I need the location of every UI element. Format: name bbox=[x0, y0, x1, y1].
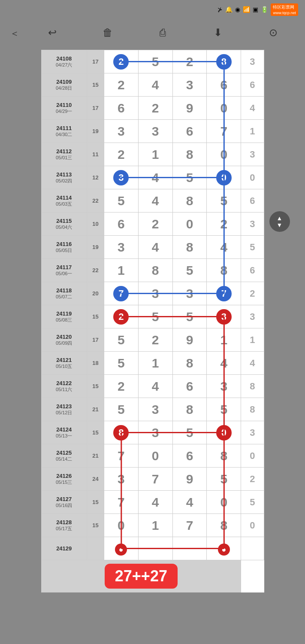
status-icons: ⊁ 🔔 ◉ 📶 ▣ 🔋 特区彩票网www.tqcp.net bbox=[217, 3, 298, 16]
row-num: 21 bbox=[87, 444, 104, 468]
row-num: 15 bbox=[87, 375, 104, 398]
issue-number: 24117 bbox=[42, 264, 87, 270]
blue-circle-num: 2 bbox=[113, 54, 129, 70]
table-row: 2412005/09四1752911 bbox=[41, 328, 264, 352]
num-cell: 0 bbox=[207, 166, 241, 189]
num-cell: 8 bbox=[104, 421, 138, 444]
row-label: 2411705/06一 bbox=[41, 259, 87, 282]
row-num: 15 bbox=[87, 514, 104, 537]
issue-number: 24129 bbox=[42, 545, 87, 552]
undo-icon: ↩ bbox=[48, 27, 57, 39]
issue-number: 24126 bbox=[42, 473, 87, 479]
table-row: 2412405/13一1583503 bbox=[41, 421, 264, 444]
issue-date: 04/28日 bbox=[42, 85, 87, 91]
summary-cell: 27++27 bbox=[41, 560, 241, 592]
num-cell: 8 bbox=[207, 444, 241, 468]
row-label: 2411805/07二 bbox=[41, 282, 87, 305]
row-label: 2411905/08三 bbox=[41, 305, 87, 328]
row-label: 2411305/02四 bbox=[41, 166, 87, 189]
num-cell: 5 bbox=[138, 50, 172, 73]
row-num: 12 bbox=[87, 166, 104, 189]
last-cell: 1 bbox=[241, 328, 264, 352]
num-cell: 3 bbox=[138, 120, 172, 143]
row-num: 21 bbox=[87, 398, 104, 421]
num-cell: 8 bbox=[138, 259, 172, 282]
data-table-wrapper: ▲ ▼ 2410804/27六17252832410904/28日1524366… bbox=[41, 50, 264, 592]
num-cell: 8 bbox=[172, 398, 207, 421]
num-cell: 4 bbox=[172, 491, 207, 514]
undo-button[interactable]: ↩ bbox=[39, 27, 65, 40]
num-cell: 2 bbox=[172, 50, 207, 73]
table-row: 2412305/12日2153858 bbox=[41, 398, 264, 421]
issue-date: 05/02四 bbox=[42, 178, 87, 184]
num-cell: 1 bbox=[138, 514, 172, 537]
red-circle-num: 8 bbox=[113, 425, 129, 440]
num-cell: 7 bbox=[207, 120, 241, 143]
row-label: 2411104/30二 bbox=[41, 120, 87, 143]
num-cell: 8 bbox=[207, 50, 241, 73]
num-cell: 6 bbox=[172, 120, 207, 143]
num-cell: 8 bbox=[172, 352, 207, 375]
num-cell: 2 bbox=[104, 50, 138, 73]
num-cell: 3 bbox=[172, 282, 207, 305]
issue-date: 05/15三 bbox=[42, 479, 87, 486]
num-cell: 2 bbox=[138, 97, 172, 120]
num-cell: 2 bbox=[104, 375, 138, 398]
issue-number: 24111 bbox=[42, 125, 87, 131]
issue-date: 05/16四 bbox=[42, 502, 87, 509]
row-num: 20 bbox=[87, 282, 104, 305]
settings-icon: ⊙ bbox=[269, 27, 278, 39]
num-cell: 5 bbox=[104, 398, 138, 421]
scroll-arrows[interactable]: ▲ ▼ bbox=[269, 211, 290, 232]
back-button[interactable]: ＜ bbox=[4, 21, 25, 46]
table-row: 2412805/17五1501780 bbox=[41, 514, 264, 537]
num-cell: 9 bbox=[172, 328, 207, 352]
row-label: 2410904/28日 bbox=[41, 73, 87, 97]
row-label: 2412005/09四 bbox=[41, 328, 87, 352]
num-cell: 0 bbox=[172, 213, 207, 236]
settings-button[interactable]: ⊙ bbox=[260, 27, 286, 40]
row-num: 18 bbox=[87, 352, 104, 375]
last-cell: 3 bbox=[241, 143, 264, 166]
save-icon: ⬇ bbox=[214, 27, 222, 39]
table-row: 24129●● bbox=[41, 537, 264, 560]
row-num: 10 bbox=[87, 213, 104, 236]
num-cell: 6 bbox=[172, 375, 207, 398]
num-cell: 3 bbox=[104, 120, 138, 143]
red-circle-num: 3 bbox=[216, 309, 232, 325]
num-cell: ● bbox=[207, 537, 241, 560]
last-cell: 3 bbox=[241, 421, 264, 444]
num-cell: 5 bbox=[172, 421, 207, 444]
scroll-down-icon[interactable]: ▼ bbox=[277, 222, 283, 228]
issue-number: 24113 bbox=[42, 171, 87, 178]
main-content: ▲ ▼ 2410804/27六17252832410904/28日1524366… bbox=[0, 48, 305, 594]
issue-date: 05/08三 bbox=[42, 317, 87, 323]
num-cell: 7 bbox=[207, 282, 241, 305]
num-cell: 4 bbox=[207, 352, 241, 375]
issue-number: 24108 bbox=[42, 55, 87, 62]
num-cell: 4 bbox=[138, 375, 172, 398]
num-cell: 7 bbox=[104, 444, 138, 468]
last-cell: 4 bbox=[241, 352, 264, 375]
row-num: 15 bbox=[87, 73, 104, 97]
row-label: 2411505/04六 bbox=[41, 213, 87, 236]
issue-number: 24114 bbox=[42, 194, 87, 201]
share-button[interactable]: ⎙ bbox=[150, 27, 175, 40]
num-cell: 2 bbox=[138, 328, 172, 352]
num-cell: 4 bbox=[138, 166, 172, 189]
save-button[interactable]: ⬇ bbox=[205, 27, 231, 40]
row-label: 2412305/12日 bbox=[41, 398, 87, 421]
num-cell: 6 bbox=[172, 444, 207, 468]
last-cell: 5 bbox=[241, 491, 264, 514]
clear-button[interactable]: 🗑 bbox=[95, 27, 121, 40]
num-cell: 4 bbox=[207, 236, 241, 259]
num-cell: 2 bbox=[104, 143, 138, 166]
scroll-up-icon[interactable]: ▲ bbox=[277, 215, 283, 221]
table-row: 2411205/01三1121803 bbox=[41, 143, 264, 166]
num-cell: 0 bbox=[207, 421, 241, 444]
num-cell: 4 bbox=[138, 236, 172, 259]
num-cell: 0 bbox=[207, 97, 241, 120]
num-cell: 3 bbox=[207, 305, 241, 328]
table-row: 2410804/27六1725283 bbox=[41, 50, 264, 73]
row-num: 17 bbox=[87, 328, 104, 352]
